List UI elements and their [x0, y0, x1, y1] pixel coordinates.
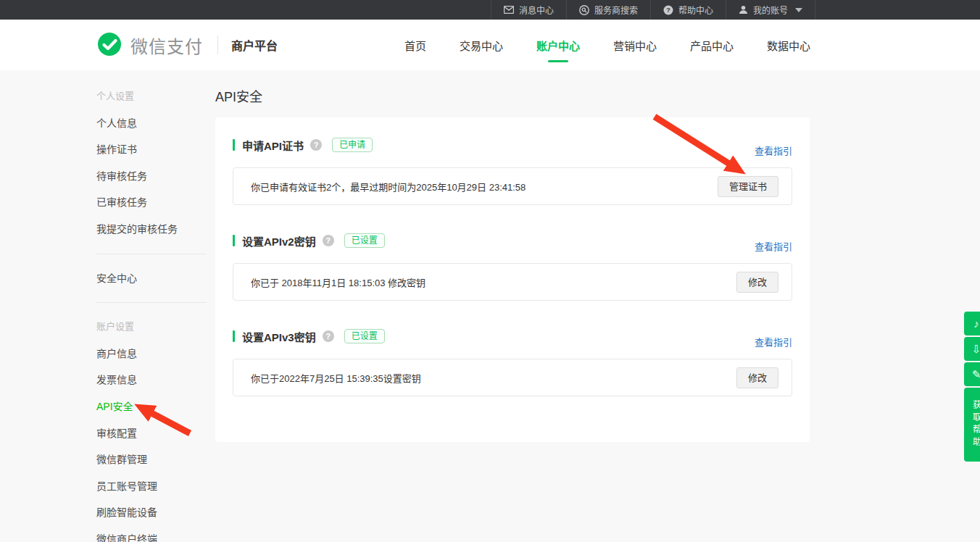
- brand-name: 微信支付: [130, 33, 203, 58]
- sidebar-item-merchant-info[interactable]: 商户信息: [96, 341, 207, 367]
- sidebar-item-operation-cert[interactable]: 操作证书: [96, 136, 207, 163]
- main-content: API安全 申请API证书 ? 已申请 查看指引 你已申请有效证书2个，最早过期…: [215, 70, 810, 442]
- view-guide-link[interactable]: 查看指引: [755, 239, 792, 253]
- page-body: 个人设置 个人信息 操作证书 待审核任务 已审核任务 我提交的审核任务 安全中心…: [0, 70, 980, 542]
- status-badge: 已申请: [332, 138, 373, 152]
- sidebar-item-my-submitted-review-tasks[interactable]: 我提交的审核任务: [96, 216, 207, 243]
- user-icon: [739, 5, 748, 14]
- section-title: 设置APIv2密钥: [242, 233, 316, 249]
- manage-cert-button[interactable]: 管理证书: [718, 176, 778, 197]
- sidebar-heading-account-settings: 账户设置: [96, 314, 207, 341]
- section-accent-bar: [233, 139, 235, 151]
- apiv2-status-text: 你已于 2018年11月1日 18:15:03 修改密钥: [251, 275, 425, 289]
- sidebar-divider: [96, 302, 207, 303]
- section-box: 你已于2022年7月25日 15:39:35设置密钥 修改: [233, 359, 792, 396]
- portal-title: 商户平台: [231, 36, 278, 54]
- brand: 微信支付 商户平台: [96, 32, 278, 58]
- brand-divider: [217, 36, 218, 54]
- caret-down-icon: [795, 8, 802, 12]
- section-apiv2-key: 设置APIv2密钥 ? 已设置 查看指引 你已于 2018年11月1日 18:1…: [233, 232, 792, 301]
- modify-apiv2-button[interactable]: 修改: [736, 272, 778, 293]
- section-box: 你已于 2018年11月1日 18:15:03 修改密钥 修改: [233, 263, 792, 301]
- nav-account-center[interactable]: 账户中心: [535, 33, 581, 57]
- sidebar-item-face-smart-device[interactable]: 刷脸智能设备: [96, 499, 207, 526]
- section-title: 设置APIv3密钥: [242, 329, 316, 344]
- view-guide-link[interactable]: 查看指引: [755, 143, 792, 157]
- download-icon[interactable]: ⇩: [964, 337, 980, 361]
- sidebar-item-staff-account-management[interactable]: 员工账号管理: [96, 473, 207, 500]
- api-security-card: 申请API证书 ? 已申请 查看指引 你已申请有效证书2个，最早过期时间为202…: [215, 117, 810, 442]
- section-accent-bar: [233, 330, 235, 342]
- topbar-item-label: 消息中心: [519, 4, 554, 16]
- topbar-item-label: 帮助中心: [678, 4, 713, 16]
- main-nav: 首页 交易中心 账户中心 营销中心 产品中心 数据中心: [403, 33, 980, 57]
- topbar-item-label: 我的账号: [753, 4, 788, 16]
- nav-data-center[interactable]: 数据中心: [765, 33, 812, 57]
- topbar-item-help-center[interactable]: ? 帮助中心: [650, 0, 726, 20]
- section-title: 申请API证书: [242, 138, 304, 153]
- nav-marketing-center[interactable]: 营销中心: [612, 33, 658, 57]
- topbar-item-provider-search[interactable]: 服务商搜索: [566, 0, 650, 20]
- sidebar-heading-personal-settings: 个人设置: [96, 83, 207, 110]
- help-icon[interactable]: ?: [323, 235, 334, 246]
- edit-icon[interactable]: ✎: [964, 362, 980, 386]
- help-icon[interactable]: ?: [323, 330, 334, 342]
- sidebar-divider: [96, 254, 207, 254]
- topbar-item-label: 服务商搜索: [594, 4, 638, 16]
- sidebar-item-security-center[interactable]: 安全中心: [96, 265, 207, 292]
- sidebar-item-review-config[interactable]: 审核配置: [96, 420, 207, 447]
- topbar: 消息中心 服务商搜索 ? 帮助中心 我的账号: [0, 0, 980, 20]
- sidebar-item-reviewed-tasks[interactable]: 已审核任务: [96, 189, 207, 216]
- section-apiv3-key: 设置APIv3密钥 ? 已设置 查看指引 你已于2022年7月25日 15:39…: [233, 328, 792, 396]
- floating-help-widget: ♪ ⇩ ✎ 获取帮助: [964, 312, 980, 462]
- help-icon[interactable]: ?: [310, 139, 322, 151]
- sidebar: 个人设置 个人信息 操作证书 待审核任务 已审核任务 我提交的审核任务 安全中心…: [96, 83, 207, 542]
- header: 微信支付 商户平台 首页 交易中心 账户中心 营销中心 产品中心 数据中心: [0, 20, 980, 70]
- section-api-cert: 申请API证书 ? 已申请 查看指引 你已申请有效证书2个，最早过期时间为202…: [233, 136, 792, 205]
- nav-home[interactable]: 首页: [403, 33, 428, 57]
- section-accent-bar: [233, 235, 235, 246]
- view-guide-link[interactable]: 查看指引: [755, 335, 792, 349]
- sidebar-item-pending-review-tasks[interactable]: 待审核任务: [96, 163, 207, 190]
- nav-transaction-center[interactable]: 交易中心: [458, 33, 504, 57]
- modify-apiv3-button[interactable]: 修改: [736, 367, 778, 388]
- topbar-item-my-account[interactable]: 我的账号: [726, 0, 815, 20]
- section-box: 你已申请有效证书2个，最早过期时间为2025年10月29日 23:41:58 管…: [233, 167, 792, 205]
- get-help-button[interactable]: 获取帮助: [964, 388, 980, 462]
- get-help-label: 获取帮助: [971, 400, 980, 449]
- status-badge: 已设置: [344, 329, 385, 343]
- status-badge: 已设置: [344, 233, 385, 248]
- nav-product-center[interactable]: 产品中心: [689, 33, 735, 57]
- sidebar-item-personal-info[interactable]: 个人信息: [96, 110, 207, 137]
- apiv3-status-text: 你已于2022年7月25日 15:39:35设置密钥: [251, 371, 421, 385]
- note-icon[interactable]: ♪: [964, 312, 980, 335]
- help-circle-icon: ?: [663, 5, 673, 15]
- sidebar-item-wechat-group-management[interactable]: 微信群管理: [96, 446, 207, 473]
- sidebar-item-api-security[interactable]: API安全: [96, 393, 207, 420]
- mail-icon: [504, 6, 514, 14]
- wechat-pay-logo-icon: [96, 32, 123, 58]
- svg-text:?: ?: [666, 7, 670, 14]
- topbar-item-messages[interactable]: 消息中心: [491, 0, 566, 20]
- page-title: API安全: [215, 89, 810, 105]
- cert-status-text: 你已申请有效证书2个，最早过期时间为2025年10月29日 23:41:58: [251, 180, 526, 193]
- sidebar-item-wechat-merchant-terminal[interactable]: 微信商户终端: [96, 526, 207, 542]
- search-circle-icon: [579, 5, 589, 15]
- sidebar-item-invoice-info[interactable]: 发票信息: [96, 367, 207, 393]
